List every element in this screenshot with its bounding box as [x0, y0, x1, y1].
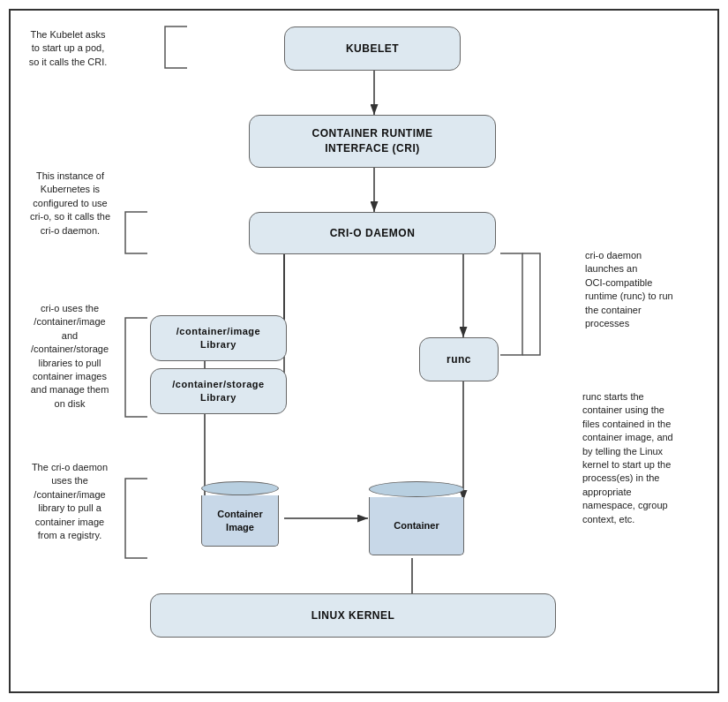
annotation-pull-image: The cri-o daemonuses the/container/image…: [12, 461, 127, 542]
annotation-kubernetes: This instance ofKubernetes isconfigured …: [15, 170, 125, 238]
container-label: Container: [394, 519, 439, 532]
annotation-kubelet: The Kubelet asksto start up a pod,so it …: [15, 28, 121, 69]
runc-box: runc: [419, 337, 499, 381]
container-storage-lib-box: /container/storageLibrary: [150, 368, 287, 414]
annotation-runc-start: runc starts thecontainer using thefiles …: [582, 390, 713, 526]
container-cylinder: Container: [368, 479, 465, 558]
annotation-runc-launch: cri-o daemonlaunches anOCI-compatiblerun…: [585, 249, 713, 330]
diagram-container: KUBELET CONTAINER RUNTIMEINTERFACE (CRI)…: [9, 9, 719, 693]
kubelet-box: KUBELET: [284, 26, 461, 71]
cri-box: CONTAINER RUNTIMEINTERFACE (CRI): [249, 115, 496, 168]
container-image-cylinder: ContainerImage: [200, 479, 280, 549]
linux-kernel-box: LINUX KERNEL: [150, 593, 556, 638]
crio-daemon-box: CRI-O DAEMON: [249, 212, 496, 254]
container-image-lib-box: /container/imageLibrary: [150, 315, 287, 361]
annotation-libraries: cri-o uses the/container/imageand/contai…: [12, 302, 127, 411]
cylinder-label: ContainerImage: [217, 508, 262, 533]
